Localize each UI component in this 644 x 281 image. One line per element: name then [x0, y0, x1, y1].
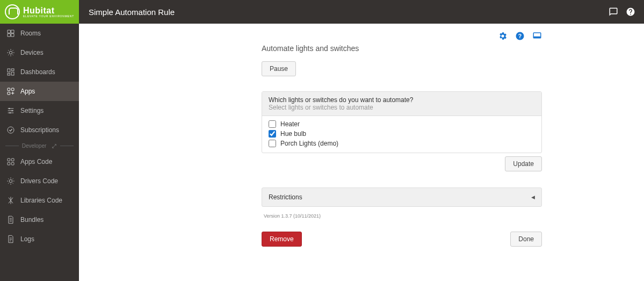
sidebar: Rooms Devices Dashboards Apps Settings S… — [0, 24, 79, 281]
sidebar-item-label: Libraries Code — [20, 197, 62, 204]
device-checkbox[interactable] — [269, 140, 276, 147]
svg-rect-6 — [11, 88, 14, 91]
device-select-panel: Which lights or switches do you want to … — [262, 91, 542, 153]
panel-header[interactable]: Which lights or switches do you want to … — [262, 92, 541, 116]
svg-text:?: ? — [518, 33, 522, 39]
bundles-icon — [6, 215, 15, 224]
svg-rect-1 — [8, 69, 10, 72]
sidebar-item-label: Settings — [20, 107, 44, 114]
svg-rect-5 — [8, 88, 10, 91]
sidebar-item-settings[interactable]: Settings — [0, 101, 79, 120]
libraries-code-icon — [6, 196, 15, 205]
panel-hint: Select lights or switches to automate — [269, 104, 535, 111]
svg-rect-7 — [8, 92, 10, 95]
sidebar-item-subscriptions[interactable]: Subscriptions — [0, 120, 79, 140]
panel-body: Heater Hue bulb Porch Lights (demo) — [262, 116, 541, 153]
svg-point-9 — [11, 110, 13, 112]
device-option[interactable]: Porch Lights (demo) — [269, 139, 535, 148]
pause-button[interactable]: Pause — [262, 61, 296, 76]
dashboards-icon — [6, 68, 15, 76]
footer-actions: Remove Done — [262, 232, 542, 247]
developer-divider: Developer — [0, 140, 79, 152]
device-option[interactable]: Hue bulb — [269, 129, 535, 139]
sidebar-item-dashboards[interactable]: Dashboards — [0, 62, 79, 82]
panel-question: Which lights or switches do you want to … — [269, 96, 535, 104]
sidebar-item-label: Subscriptions — [20, 126, 59, 134]
svg-rect-13 — [11, 158, 14, 161]
display-icon[interactable] — [532, 31, 542, 41]
apps-code-icon — [6, 157, 15, 166]
svg-rect-4 — [8, 74, 10, 75]
device-label: Hue bulb — [280, 130, 306, 138]
svg-point-11 — [8, 127, 14, 133]
sidebar-item-label: Apps — [20, 88, 35, 95]
rooms-icon — [6, 29, 15, 38]
svg-rect-15 — [11, 162, 14, 165]
brand-tag: ELEVATE YOUR ENVIRONMENT — [23, 15, 74, 18]
sidebar-item-apps-code[interactable]: Apps Code — [0, 152, 79, 171]
page-title: Simple Automation Rule — [79, 8, 609, 17]
sidebar-item-label: Dashboards — [20, 68, 55, 76]
svg-point-0 — [9, 51, 12, 54]
collapse-arrow-icon: ◀ — [531, 194, 535, 200]
sidebar-item-logs[interactable]: Logs — [0, 229, 79, 249]
logs-icon — [6, 235, 15, 243]
sidebar-item-apps[interactable]: Apps — [0, 82, 79, 101]
gear-icon[interactable] — [498, 31, 508, 41]
svg-rect-12 — [8, 158, 10, 161]
sidebar-item-drivers-code[interactable]: Drivers Code — [0, 171, 79, 191]
sidebar-item-rooms[interactable]: Rooms — [0, 24, 79, 43]
sidebar-item-devices[interactable]: Devices — [0, 43, 79, 62]
subscriptions-icon — [6, 126, 15, 134]
restrictions-section[interactable]: Restrictions ◀ — [262, 188, 542, 207]
brand-logo[interactable]: Hubitat ELEVATE YOUR ENVIRONMENT — [0, 0, 79, 24]
sidebar-item-label: Apps Code — [20, 158, 52, 165]
update-button[interactable]: Update — [505, 156, 542, 171]
restrictions-label: Restrictions — [269, 193, 302, 201]
svg-point-16 — [9, 179, 12, 182]
main-content: ? Automate lights and switches Pause Whi… — [79, 24, 644, 281]
device-label: Porch Lights (demo) — [280, 140, 338, 147]
page-subtitle: Automate lights and switches — [262, 44, 542, 53]
settings-icon — [6, 106, 15, 115]
device-option[interactable]: Heater — [269, 119, 535, 129]
svg-point-8 — [9, 108, 10, 110]
app-toolbar: ? — [262, 31, 542, 41]
sidebar-item-label: Devices — [20, 49, 44, 56]
apps-icon — [6, 87, 15, 96]
collapse-icon[interactable] — [52, 143, 57, 149]
svg-point-10 — [9, 112, 11, 114]
help-icon[interactable] — [626, 7, 635, 17]
sidebar-item-libraries-code[interactable]: Libraries Code — [0, 191, 79, 210]
device-label: Heater — [280, 120, 300, 128]
app-header: Hubitat ELEVATE YOUR ENVIRONMENT Simple … — [0, 0, 644, 24]
devices-icon — [6, 48, 15, 57]
done-button[interactable]: Done — [510, 232, 542, 247]
brand-logo-mark-icon — [5, 4, 20, 19]
sidebar-item-label: Rooms — [20, 30, 41, 37]
drivers-code-icon — [6, 177, 15, 185]
sidebar-item-label: Drivers Code — [20, 177, 58, 185]
svg-rect-14 — [8, 162, 10, 165]
version-text: Version 1.3.7 (10/11/2021) — [262, 213, 542, 219]
svg-rect-2 — [11, 69, 14, 70]
remove-button[interactable]: Remove — [262, 232, 302, 247]
chat-icon[interactable] — [609, 7, 618, 17]
help-icon[interactable]: ? — [515, 31, 525, 41]
svg-rect-20 — [533, 37, 541, 38]
svg-rect-3 — [11, 72, 14, 75]
device-checkbox[interactable] — [269, 130, 276, 138]
sidebar-item-label: Bundles — [20, 216, 44, 224]
device-checkbox[interactable] — [269, 120, 276, 128]
sidebar-item-label: Logs — [20, 235, 34, 243]
sidebar-item-bundles[interactable]: Bundles — [0, 210, 79, 229]
